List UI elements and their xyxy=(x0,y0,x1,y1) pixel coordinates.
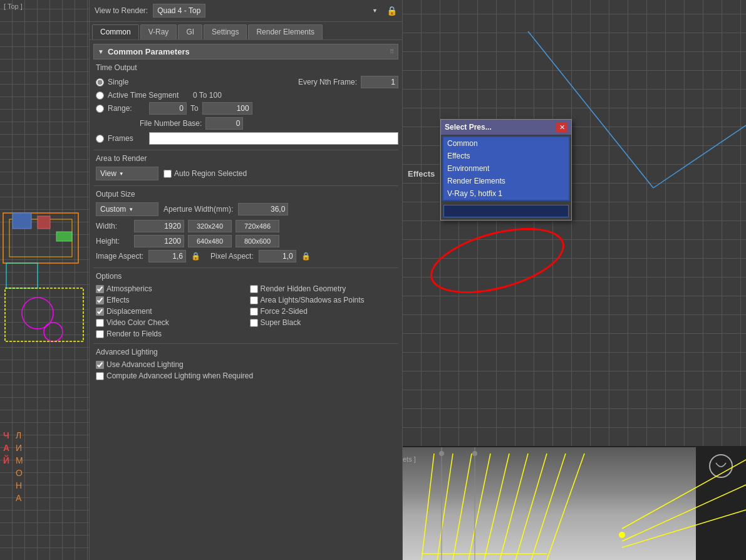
dialog-list-item-environment[interactable]: Environment xyxy=(443,162,569,175)
time-output-group: Time Output Single Every Nth Frame: Acti… xyxy=(93,63,398,145)
left-viewport: [ Top ] Ч А Й Л И М О Н А xyxy=(0,0,90,560)
render-to-fields-checkbox[interactable] xyxy=(96,330,104,338)
frames-row: Frames 1,3,5-12 xyxy=(96,132,398,145)
render-hidden-checkbox[interactable] xyxy=(250,285,258,293)
dialog-text-input[interactable] xyxy=(443,205,569,217)
auto-region-checkbox-label[interactable]: Auto Region Selected xyxy=(163,169,247,178)
section-arrow: ▼ xyxy=(98,48,104,55)
area-lights-checkbox[interactable] xyxy=(250,296,258,304)
options-group: Options Atmospherics Render Hidden Geome… xyxy=(93,272,398,338)
auto-region-label: Auto Region Selected xyxy=(174,169,247,178)
height-input[interactable] xyxy=(134,235,184,247)
effects-checkbox-label[interactable]: Effects xyxy=(96,296,245,304)
range-radio[interactable] xyxy=(96,105,104,113)
file-number-input[interactable] xyxy=(205,117,243,130)
dialog-list: Common Effects Environment Render Elemen… xyxy=(442,136,570,201)
super-black-checkbox[interactable] xyxy=(250,319,258,327)
atmospherics-checkbox-label[interactable]: Atmospherics xyxy=(96,284,245,293)
svg-text:А: А xyxy=(3,443,9,453)
aperture-input[interactable] xyxy=(238,203,288,215)
custom-dropdown[interactable]: Custom xyxy=(96,202,158,216)
svg-line-27 xyxy=(515,454,547,560)
svg-text:Й: Й xyxy=(3,455,9,465)
view-to-render-select[interactable]: Quad 4 - Top xyxy=(153,4,205,18)
dialog-list-item-effects[interactable]: Effects xyxy=(443,150,569,162)
force-2sided-checkbox[interactable] xyxy=(250,308,258,316)
compute-adv-lighting-text: Compute Advanced Lighting when Required xyxy=(106,371,253,380)
view-select-wrapper[interactable]: Quad 4 - Top xyxy=(153,4,381,18)
displacement-checkbox[interactable] xyxy=(96,308,104,316)
force-2sided-checkbox-label[interactable]: Force 2-Sided xyxy=(250,307,399,316)
active-time-radio[interactable] xyxy=(96,91,104,100)
tab-settings[interactable]: Settings xyxy=(204,24,247,39)
tab-gi[interactable]: GI xyxy=(178,24,202,39)
dialog-list-item-common[interactable]: Common xyxy=(443,137,569,150)
tabs-bar: Common V-Ray GI Settings Render Elements xyxy=(90,22,402,40)
every-nth-input[interactable] xyxy=(361,76,398,88)
svg-text:А: А xyxy=(16,493,22,503)
atmospherics-checkbox[interactable] xyxy=(96,285,104,293)
preset-640x480[interactable]: 640x480 xyxy=(188,235,232,247)
width-input[interactable] xyxy=(134,220,184,232)
scroll-area[interactable]: ▼ Common Parameters ⠿ Time Output Single… xyxy=(90,40,402,560)
bottom-viewport-label: ets ] xyxy=(403,455,416,463)
single-radio[interactable] xyxy=(96,78,104,86)
pixel-aspect-input[interactable] xyxy=(259,250,296,262)
preset-720x486[interactable]: 720x486 xyxy=(236,220,279,232)
height-label: Height: xyxy=(96,237,130,246)
view-to-render-bar: View to Render: Quad 4 - Top 🔒 xyxy=(90,0,402,22)
section-title: Common Parameters xyxy=(108,47,386,56)
right-side: Effects Select Pres... ✕ Common Effects … xyxy=(403,0,746,560)
super-black-checkbox-label[interactable]: Super Black xyxy=(250,318,399,327)
lock-icon: 🔒 xyxy=(386,6,397,16)
dialog-titlebar: Select Pres... ✕ xyxy=(441,120,571,135)
custom-row: Custom Aperture Width(mm): xyxy=(96,202,398,216)
tab-common[interactable]: Common xyxy=(92,24,139,39)
range-from-input[interactable] xyxy=(149,102,187,115)
video-color-checkbox-label[interactable]: Video Color Check xyxy=(96,318,245,327)
svg-rect-5 xyxy=(13,213,31,229)
area-dropdown[interactable]: View xyxy=(96,167,158,180)
displacement-checkbox-label[interactable]: Displacement xyxy=(96,307,245,316)
pixel-aspect-lock: 🔒 xyxy=(301,252,311,261)
tab-vray[interactable]: V-Ray xyxy=(140,24,177,39)
dialog-list-item-render-elements[interactable]: Render Elements xyxy=(443,175,569,187)
active-time-range: 0 To 100 xyxy=(193,91,222,100)
video-color-label: Video Color Check xyxy=(106,318,169,327)
effects-panel-label: Effects xyxy=(408,169,435,179)
svg-line-25 xyxy=(484,454,509,560)
preset-320x240[interactable]: 320x240 xyxy=(188,220,232,232)
tab-render-elements[interactable]: Render Elements xyxy=(248,24,323,39)
render-to-fields-checkbox-label[interactable]: Render to Fields xyxy=(96,329,245,338)
compute-adv-lighting-checkbox[interactable] xyxy=(96,372,104,380)
range-to-input[interactable] xyxy=(202,102,252,115)
output-size-title: Output Size xyxy=(96,190,398,199)
use-adv-lighting-label[interactable]: Use Advanced Lighting xyxy=(96,360,398,369)
red-circle-annotation xyxy=(423,215,571,306)
dialog-close-button[interactable]: ✕ xyxy=(556,122,567,132)
area-lights-checkbox-label[interactable]: Area Lights/Shadows as Points xyxy=(250,296,399,304)
video-color-checkbox[interactable] xyxy=(96,319,104,327)
effects-panel-header: Effects xyxy=(408,169,435,179)
frames-radio[interactable] xyxy=(96,135,104,143)
top-right-viewport: Effects Select Pres... ✕ Common Effects … xyxy=(403,0,746,447)
svg-text:О: О xyxy=(16,468,23,478)
preset-800x600[interactable]: 800x600 xyxy=(236,235,279,247)
dialog-list-item-vray[interactable]: V-Ray 5, hotfix 1 xyxy=(443,187,569,200)
auto-region-checkbox[interactable] xyxy=(163,170,172,178)
image-aspect-input[interactable] xyxy=(148,250,186,262)
use-adv-lighting-checkbox[interactable] xyxy=(96,361,104,369)
area-lights-label: Area Lights/Shadows as Points xyxy=(261,296,365,304)
common-parameters-header[interactable]: ▼ Common Parameters ⠿ xyxy=(93,44,398,60)
dialog-title: Select Pres... xyxy=(445,123,554,132)
height-row: Height: 640x480 800x600 xyxy=(96,235,398,247)
aperture-label: Aperture Width(mm): xyxy=(163,205,233,214)
frames-input[interactable]: 1,3,5-12 xyxy=(149,132,398,145)
svg-line-24 xyxy=(469,454,490,560)
compute-adv-lighting-label[interactable]: Compute Advanced Lighting when Required xyxy=(96,371,398,380)
render-hidden-checkbox-label[interactable]: Render Hidden Geometry xyxy=(250,284,399,293)
effects-checkbox[interactable] xyxy=(96,296,104,304)
svg-line-26 xyxy=(500,454,528,560)
svg-point-34 xyxy=(619,532,625,538)
dialog-input-row xyxy=(441,202,571,220)
